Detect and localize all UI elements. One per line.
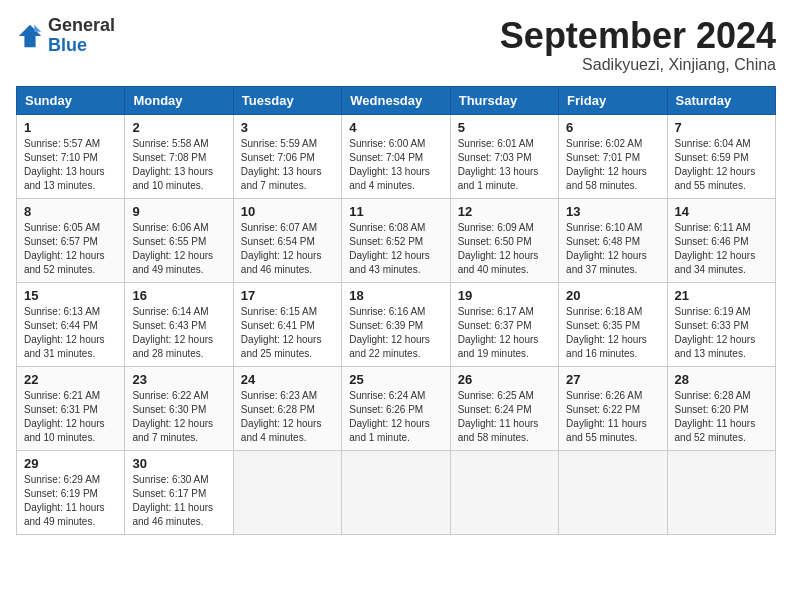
- day-info: Sunrise: 6:18 AM Sunset: 6:35 PM Dayligh…: [566, 305, 659, 361]
- day-number: 24: [241, 372, 334, 387]
- day-info: Sunrise: 6:24 AM Sunset: 6:26 PM Dayligh…: [349, 389, 442, 445]
- calendar-header-row: SundayMondayTuesdayWednesdayThursdayFrid…: [17, 86, 776, 114]
- day-number: 25: [349, 372, 442, 387]
- day-number: 2: [132, 120, 225, 135]
- day-info: Sunrise: 6:15 AM Sunset: 6:41 PM Dayligh…: [241, 305, 334, 361]
- logo-general: General: [48, 15, 115, 35]
- calendar-cell: [559, 450, 667, 534]
- day-number: 8: [24, 204, 117, 219]
- calendar-cell: 15Sunrise: 6:13 AM Sunset: 6:44 PM Dayli…: [17, 282, 125, 366]
- day-number: 10: [241, 204, 334, 219]
- day-number: 12: [458, 204, 551, 219]
- day-number: 14: [675, 204, 768, 219]
- calendar-cell: [233, 450, 341, 534]
- calendar-week-row: 8Sunrise: 6:05 AM Sunset: 6:57 PM Daylig…: [17, 198, 776, 282]
- calendar-cell: 14Sunrise: 6:11 AM Sunset: 6:46 PM Dayli…: [667, 198, 775, 282]
- calendar-cell: 23Sunrise: 6:22 AM Sunset: 6:30 PM Dayli…: [125, 366, 233, 450]
- day-info: Sunrise: 6:21 AM Sunset: 6:31 PM Dayligh…: [24, 389, 117, 445]
- day-info: Sunrise: 6:23 AM Sunset: 6:28 PM Dayligh…: [241, 389, 334, 445]
- month-title: September 2024: [500, 16, 776, 56]
- day-info: Sunrise: 6:19 AM Sunset: 6:33 PM Dayligh…: [675, 305, 768, 361]
- day-number: 15: [24, 288, 117, 303]
- calendar-cell: 28Sunrise: 6:28 AM Sunset: 6:20 PM Dayli…: [667, 366, 775, 450]
- svg-marker-1: [34, 25, 41, 32]
- calendar-cell: 6Sunrise: 6:02 AM Sunset: 7:01 PM Daylig…: [559, 114, 667, 198]
- day-number: 29: [24, 456, 117, 471]
- calendar-cell: 12Sunrise: 6:09 AM Sunset: 6:50 PM Dayli…: [450, 198, 558, 282]
- day-number: 5: [458, 120, 551, 135]
- calendar-cell: 20Sunrise: 6:18 AM Sunset: 6:35 PM Dayli…: [559, 282, 667, 366]
- col-header-tuesday: Tuesday: [233, 86, 341, 114]
- calendar-cell: 16Sunrise: 6:14 AM Sunset: 6:43 PM Dayli…: [125, 282, 233, 366]
- calendar-cell: 2Sunrise: 5:58 AM Sunset: 7:08 PM Daylig…: [125, 114, 233, 198]
- calendar-week-row: 15Sunrise: 6:13 AM Sunset: 6:44 PM Dayli…: [17, 282, 776, 366]
- calendar-cell: 25Sunrise: 6:24 AM Sunset: 6:26 PM Dayli…: [342, 366, 450, 450]
- calendar-cell: 21Sunrise: 6:19 AM Sunset: 6:33 PM Dayli…: [667, 282, 775, 366]
- calendar-cell: 26Sunrise: 6:25 AM Sunset: 6:24 PM Dayli…: [450, 366, 558, 450]
- calendar-cell: 30Sunrise: 6:30 AM Sunset: 6:17 PM Dayli…: [125, 450, 233, 534]
- day-info: Sunrise: 6:09 AM Sunset: 6:50 PM Dayligh…: [458, 221, 551, 277]
- day-number: 21: [675, 288, 768, 303]
- calendar-cell: 8Sunrise: 6:05 AM Sunset: 6:57 PM Daylig…: [17, 198, 125, 282]
- day-number: 22: [24, 372, 117, 387]
- day-info: Sunrise: 6:25 AM Sunset: 6:24 PM Dayligh…: [458, 389, 551, 445]
- day-number: 27: [566, 372, 659, 387]
- col-header-thursday: Thursday: [450, 86, 558, 114]
- calendar-cell: 5Sunrise: 6:01 AM Sunset: 7:03 PM Daylig…: [450, 114, 558, 198]
- day-info: Sunrise: 6:10 AM Sunset: 6:48 PM Dayligh…: [566, 221, 659, 277]
- day-number: 3: [241, 120, 334, 135]
- day-number: 6: [566, 120, 659, 135]
- day-info: Sunrise: 5:57 AM Sunset: 7:10 PM Dayligh…: [24, 137, 117, 193]
- title-area: September 2024 Sadikyuezi, Xinjiang, Chi…: [500, 16, 776, 74]
- day-info: Sunrise: 6:00 AM Sunset: 7:04 PM Dayligh…: [349, 137, 442, 193]
- day-number: 30: [132, 456, 225, 471]
- col-header-monday: Monday: [125, 86, 233, 114]
- calendar-cell: 24Sunrise: 6:23 AM Sunset: 6:28 PM Dayli…: [233, 366, 341, 450]
- day-info: Sunrise: 6:30 AM Sunset: 6:17 PM Dayligh…: [132, 473, 225, 529]
- calendar-cell: 4Sunrise: 6:00 AM Sunset: 7:04 PM Daylig…: [342, 114, 450, 198]
- day-info: Sunrise: 6:17 AM Sunset: 6:37 PM Dayligh…: [458, 305, 551, 361]
- day-info: Sunrise: 5:58 AM Sunset: 7:08 PM Dayligh…: [132, 137, 225, 193]
- day-number: 1: [24, 120, 117, 135]
- col-header-friday: Friday: [559, 86, 667, 114]
- calendar-cell: 29Sunrise: 6:29 AM Sunset: 6:19 PM Dayli…: [17, 450, 125, 534]
- col-header-sunday: Sunday: [17, 86, 125, 114]
- calendar-week-row: 1Sunrise: 5:57 AM Sunset: 7:10 PM Daylig…: [17, 114, 776, 198]
- location-subtitle: Sadikyuezi, Xinjiang, China: [500, 56, 776, 74]
- day-info: Sunrise: 6:22 AM Sunset: 6:30 PM Dayligh…: [132, 389, 225, 445]
- calendar-cell: 3Sunrise: 5:59 AM Sunset: 7:06 PM Daylig…: [233, 114, 341, 198]
- calendar-cell: 7Sunrise: 6:04 AM Sunset: 6:59 PM Daylig…: [667, 114, 775, 198]
- calendar-cell: 17Sunrise: 6:15 AM Sunset: 6:41 PM Dayli…: [233, 282, 341, 366]
- day-info: Sunrise: 6:26 AM Sunset: 6:22 PM Dayligh…: [566, 389, 659, 445]
- calendar-week-row: 29Sunrise: 6:29 AM Sunset: 6:19 PM Dayli…: [17, 450, 776, 534]
- day-info: Sunrise: 6:02 AM Sunset: 7:01 PM Dayligh…: [566, 137, 659, 193]
- day-info: Sunrise: 6:11 AM Sunset: 6:46 PM Dayligh…: [675, 221, 768, 277]
- day-info: Sunrise: 6:01 AM Sunset: 7:03 PM Dayligh…: [458, 137, 551, 193]
- day-number: 23: [132, 372, 225, 387]
- calendar-cell: 27Sunrise: 6:26 AM Sunset: 6:22 PM Dayli…: [559, 366, 667, 450]
- day-number: 17: [241, 288, 334, 303]
- calendar-cell: [342, 450, 450, 534]
- calendar-table: SundayMondayTuesdayWednesdayThursdayFrid…: [16, 86, 776, 535]
- calendar-cell: 9Sunrise: 6:06 AM Sunset: 6:55 PM Daylig…: [125, 198, 233, 282]
- day-number: 20: [566, 288, 659, 303]
- day-info: Sunrise: 6:16 AM Sunset: 6:39 PM Dayligh…: [349, 305, 442, 361]
- day-number: 13: [566, 204, 659, 219]
- day-info: Sunrise: 6:06 AM Sunset: 6:55 PM Dayligh…: [132, 221, 225, 277]
- svg-marker-0: [19, 25, 41, 47]
- day-number: 19: [458, 288, 551, 303]
- day-info: Sunrise: 6:04 AM Sunset: 6:59 PM Dayligh…: [675, 137, 768, 193]
- day-info: Sunrise: 6:14 AM Sunset: 6:43 PM Dayligh…: [132, 305, 225, 361]
- logo: General Blue: [16, 16, 115, 56]
- calendar-cell: [667, 450, 775, 534]
- day-info: Sunrise: 6:05 AM Sunset: 6:57 PM Dayligh…: [24, 221, 117, 277]
- day-info: Sunrise: 6:08 AM Sunset: 6:52 PM Dayligh…: [349, 221, 442, 277]
- day-number: 26: [458, 372, 551, 387]
- calendar-cell: 11Sunrise: 6:08 AM Sunset: 6:52 PM Dayli…: [342, 198, 450, 282]
- day-info: Sunrise: 6:29 AM Sunset: 6:19 PM Dayligh…: [24, 473, 117, 529]
- calendar-cell: 22Sunrise: 6:21 AM Sunset: 6:31 PM Dayli…: [17, 366, 125, 450]
- day-number: 9: [132, 204, 225, 219]
- day-number: 4: [349, 120, 442, 135]
- calendar-week-row: 22Sunrise: 6:21 AM Sunset: 6:31 PM Dayli…: [17, 366, 776, 450]
- calendar-cell: 18Sunrise: 6:16 AM Sunset: 6:39 PM Dayli…: [342, 282, 450, 366]
